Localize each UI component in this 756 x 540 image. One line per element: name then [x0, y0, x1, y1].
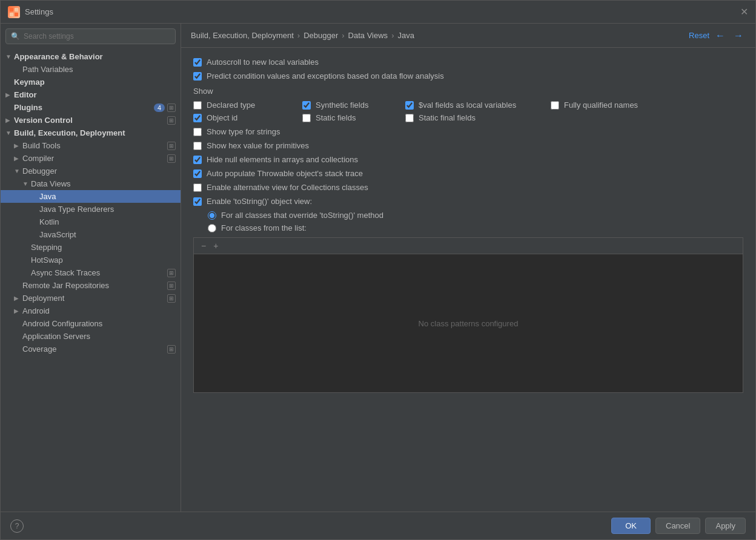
sidebar-tree: ▼Appearance & BehaviorPath VariablesKeym… [1, 49, 181, 512]
sidebar-item-label: Deployment [22, 294, 165, 303]
show-checkbox-row-synthetic-fields: Synthetic fields [302, 100, 405, 110]
sidebar-item-java[interactable]: Java [1, 190, 181, 203]
radio-radio-all-classes[interactable] [208, 211, 216, 220]
label-predict-condition[interactable]: Predict condition values and exceptions … [207, 71, 444, 81]
show-label-static-final-fields[interactable]: Static final fields [419, 113, 476, 122]
sidebar-item-coverage[interactable]: Coverage⊞ [1, 343, 181, 355]
other-label-auto-populate[interactable]: Auto populate Throwable object's stack t… [207, 169, 363, 178]
sidebar-item-compiler[interactable]: ▶Compiler⊞ [1, 152, 181, 165]
sidebar-item-hotswap[interactable]: HotSwap [1, 254, 181, 266]
search-box[interactable]: 🔍 [5, 28, 176, 44]
sidebar-item-path-variables[interactable]: Path Variables [1, 63, 181, 76]
add-button[interactable]: + [211, 240, 220, 251]
checkbox-predict-condition[interactable] [193, 72, 202, 81]
sidebar-item-keymap[interactable]: Keymap [1, 76, 181, 88]
badge: 4 [154, 104, 165, 112]
external-icon: ⊞ [167, 294, 176, 303]
search-input[interactable] [24, 32, 170, 41]
sidebar-item-application-servers[interactable]: Application Servers [1, 330, 181, 343]
external-icon: ⊞ [167, 154, 176, 163]
checkbox-autoscroll[interactable] [193, 58, 202, 67]
other-label-show-hex[interactable]: Show hex value for primitives [207, 141, 309, 150]
other-checkbox-show-hex[interactable] [193, 142, 202, 150]
apply-button[interactable]: Apply [705, 518, 746, 534]
show-label-synthetic-fields[interactable]: Synthetic fields [316, 100, 368, 110]
show-checkbox-fully-qualified[interactable] [551, 101, 559, 110]
other-checkbox-enable-tostring[interactable] [193, 197, 202, 206]
sidebar-item-android-configurations[interactable]: Android Configurations [1, 317, 181, 330]
help-button[interactable]: ? [10, 519, 24, 533]
sidebar-item-android[interactable]: ▶Android [1, 305, 181, 317]
window-title: Settings [25, 7, 53, 16]
other-checkbox-hide-null[interactable] [193, 156, 202, 164]
other-checkbox-row-hide-null: Hide null elements in arrays and collect… [193, 155, 743, 164]
sidebar-item-deployment[interactable]: ▶Deployment⊞ [1, 292, 181, 305]
show-label-declared-type[interactable]: Declared type [207, 100, 255, 110]
other-label-enable-tostring[interactable]: Enable 'toString()' object view: [207, 197, 312, 206]
breadcrumb-separator: › [342, 31, 344, 40]
sidebar-item-javascript[interactable]: JavaScript [1, 228, 181, 241]
sidebar-item-label: Android [22, 306, 176, 315]
show-checkbox-synthetic-fields[interactable] [302, 101, 311, 110]
show-grid: Declared typeSynthetic fields$val fields… [193, 100, 743, 122]
other-checkbox-enable-alt-view[interactable] [193, 183, 202, 192]
sidebar-item-label: Build, Execution, Deployment [14, 128, 176, 137]
sidebar-item-data-views[interactable]: ▼Data Views [1, 177, 181, 190]
show-label-val-fields[interactable]: $val fields as local variables [419, 100, 516, 110]
close-icon[interactable]: ✕ [740, 6, 748, 18]
show-checkbox-row-declared-type: Declared type [193, 100, 302, 110]
sidebar-item-remote-jar-repositories[interactable]: Remote Jar Repositories⊞ [1, 279, 181, 292]
bottom-bar: ? OK Cancel Apply [1, 512, 755, 539]
checkbox-row-predict-condition: Predict condition values and exceptions … [193, 71, 743, 81]
radio-row-radio-all-classes: For all classes that override 'toString(… [193, 211, 743, 220]
other-checkbox-row-auto-populate: Auto populate Throwable object's stack t… [193, 169, 743, 178]
reset-button[interactable]: Reset [689, 31, 709, 40]
sidebar-item-appearance-behavior[interactable]: ▼Appearance & Behavior [1, 50, 181, 63]
sidebar-item-label: Build Tools [22, 141, 165, 150]
sidebar-item-async-stack-traces[interactable]: Async Stack Traces⊞ [1, 266, 181, 279]
other-label-enable-alt-view[interactable]: Enable alternative view for Collections … [207, 183, 368, 192]
sidebar-item-plugins[interactable]: Plugins4⊞ [1, 101, 181, 114]
forward-button[interactable]: → [731, 29, 746, 42]
other-checkbox-row-enable-tostring: Enable 'toString()' object view: [193, 197, 743, 206]
remove-button[interactable]: − [199, 240, 208, 251]
show-checkbox-static-final-fields[interactable] [405, 114, 414, 122]
label-autoscroll[interactable]: Autoscroll to new local variables [207, 58, 319, 67]
class-patterns-list: No class patterns configured [193, 254, 743, 393]
expand-icon: ▶ [14, 155, 22, 162]
radio-label-radio-all-classes[interactable]: For all classes that override 'toString(… [221, 211, 383, 220]
radio-radio-from-list[interactable] [208, 224, 216, 232]
show-checkbox-val-fields[interactable] [405, 101, 414, 110]
radio-label-radio-from-list[interactable]: For classes from the list: [221, 223, 307, 232]
sidebar-item-kotlin[interactable]: Kotlin [1, 216, 181, 228]
show-label-fully-qualified[interactable]: Fully qualified names [564, 100, 638, 110]
other-checkbox-auto-populate[interactable] [193, 170, 202, 178]
sidebar-item-label: Keymap [14, 77, 176, 87]
panel-nav: Reset ← → [689, 29, 746, 42]
sidebar-item-editor[interactable]: ▶Editor [1, 88, 181, 101]
other-label-show-type-strings[interactable]: Show type for strings [207, 127, 280, 136]
sidebar-item-debugger[interactable]: ▼Debugger [1, 165, 181, 177]
show-checkbox-row-val-fields: $val fields as local variables [405, 100, 551, 110]
show-checkbox-object-id[interactable] [193, 114, 202, 122]
sidebar-item-build-tools[interactable]: ▶Build Tools⊞ [1, 139, 181, 152]
show-label-object-id[interactable]: Object id [207, 113, 237, 122]
breadcrumb-item-0: Build, Execution, Deployment [191, 31, 294, 40]
other-label-hide-null[interactable]: Hide null elements in arrays and collect… [207, 155, 358, 164]
ok-button[interactable]: OK [611, 518, 651, 534]
other-checkbox-row-show-type-strings: Show type for strings [193, 127, 743, 136]
sidebar-item-build-execution-deployment[interactable]: ▼Build, Execution, Deployment [1, 127, 181, 139]
breadcrumb: Build, Execution, Deployment›Debugger›Da… [191, 31, 689, 40]
sidebar-item-java-type-renderers[interactable]: Java Type Renderers [1, 203, 181, 216]
expand-icon: ▼ [22, 180, 31, 187]
sidebar-item-label: Application Servers [22, 332, 176, 341]
sidebar-item-version-control[interactable]: ▶Version Control⊞ [1, 114, 181, 127]
cancel-button[interactable]: Cancel [655, 518, 700, 534]
show-checkbox-declared-type[interactable] [193, 101, 202, 110]
svg-rect-2 [10, 13, 13, 16]
show-label-static-fields[interactable]: Static fields [316, 113, 356, 122]
sidebar-item-stepping[interactable]: Stepping [1, 241, 181, 254]
other-checkbox-show-type-strings[interactable] [193, 128, 202, 136]
show-checkbox-static-fields[interactable] [302, 114, 311, 122]
back-button[interactable]: ← [713, 29, 728, 42]
